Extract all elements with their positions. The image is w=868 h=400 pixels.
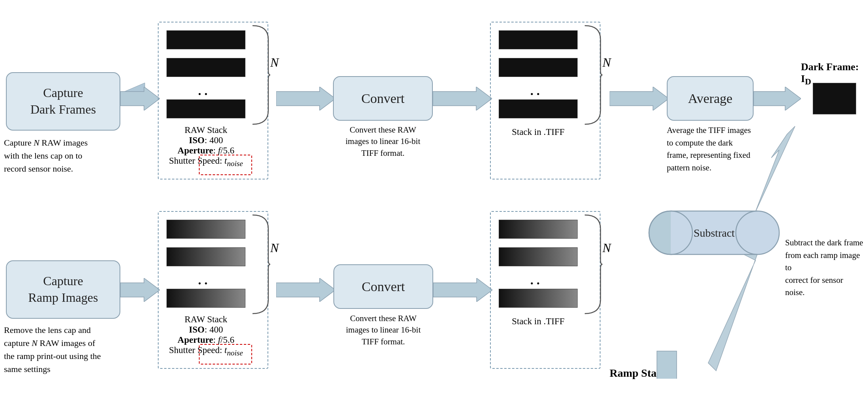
svg-marker-16 — [651, 351, 683, 379]
arrow3-bottom — [433, 278, 492, 302]
svg-marker-10 — [120, 278, 160, 302]
ramp-img-1 — [166, 220, 245, 239]
arrow5-top — [754, 87, 801, 110]
svg-marker-11 — [276, 278, 335, 302]
svg-text:Substract: Substract — [694, 227, 735, 239]
bottom-curly-brace — [245, 213, 272, 316]
convert-desc-bottom: Convert these RAWimages to linear 16-bit… — [333, 313, 433, 348]
top-tiff-curly-brace — [577, 24, 604, 126]
svg-marker-6 — [276, 87, 335, 110]
arrow2-bottom — [276, 278, 335, 302]
substract-desc: Subtract the dark framefrom each ramp im… — [785, 237, 864, 299]
svg-marker-12 — [433, 278, 492, 302]
arrow3-top — [433, 87, 492, 110]
capture-dark-frames-box: Capture Dark Frames — [6, 72, 120, 131]
bottom-tiff-curly-brace — [577, 213, 604, 316]
capture-dark-desc-text: Capture N RAW imageswith the lens cap on… — [4, 136, 122, 175]
stack-img-1 — [166, 30, 245, 49]
top-shutter-red-box — [199, 155, 252, 175]
capture-ramp-line2: Ramp Images — [28, 290, 98, 306]
bottom-shutter-red-box — [199, 344, 252, 364]
svg-marker-7 — [433, 87, 492, 110]
stack-img-2 — [166, 58, 245, 77]
arrow4-top — [610, 87, 669, 110]
top-curly-brace — [245, 24, 272, 126]
convert-label-top: Convert — [361, 91, 405, 106]
substract-svg: Substract — [647, 209, 781, 256]
convert-box-bottom: Convert — [333, 264, 433, 309]
stack-tiff-label-bottom: Stack in .TIFF — [499, 316, 578, 327]
tiff-ramp-img-3 — [499, 289, 578, 308]
arrow2-top — [276, 87, 335, 110]
average-box: Average — [667, 76, 754, 121]
tiff-stack-img-1 — [499, 30, 578, 49]
tiff-stack-dots: . . — [530, 84, 540, 98]
substract-shape: Substract — [647, 209, 781, 256]
arrow1-bottom — [120, 278, 160, 302]
stack-dots-1: . . — [198, 84, 208, 98]
convert-label-bottom: Convert — [362, 279, 405, 294]
capture-ramp-box: Capture Ramp Images — [6, 260, 120, 319]
tiff-ramp-dots: . . — [530, 273, 540, 288]
stack-tiff-label-top: Stack in .TIFF — [499, 127, 578, 137]
svg-marker-8 — [610, 87, 669, 110]
dark-frame-image — [813, 83, 856, 114]
svg-marker-5 — [120, 87, 160, 110]
capture-ramp-desc: Remove the lens cap andcapture N RAW ima… — [4, 323, 126, 376]
capture-ramp-line1: Capture — [28, 273, 98, 290]
convert-box-top: Convert — [333, 76, 433, 121]
arrow1-top — [120, 87, 160, 110]
tiff-ramp-img-2 — [499, 247, 578, 266]
diagram: { "top_row": { "capture_box": { "label_l… — [0, 0, 868, 400]
svg-marker-9 — [754, 87, 801, 110]
ramp-stack-dots: . . — [198, 273, 208, 288]
tiff-ramp-img-1 — [499, 220, 578, 239]
ramp-img-2 — [166, 247, 245, 266]
average-label: Average — [688, 91, 733, 106]
convert-desc-top: Convert these RAWimages to linear 16-bit… — [333, 124, 433, 159]
capture-dark-desc: Capture N RAW imageswith the lens cap on… — [4, 136, 122, 175]
capture-dark-frames-line2: Dark Frames — [30, 101, 96, 118]
stack-img-3 — [166, 99, 245, 118]
svg-point-19 — [736, 211, 779, 254]
tiff-stack-img-3 — [499, 99, 578, 118]
capture-dark-frames-line1: Capture — [30, 85, 96, 101]
ramp-img-3 — [166, 289, 245, 308]
tiff-stack-img-2 — [499, 58, 578, 77]
